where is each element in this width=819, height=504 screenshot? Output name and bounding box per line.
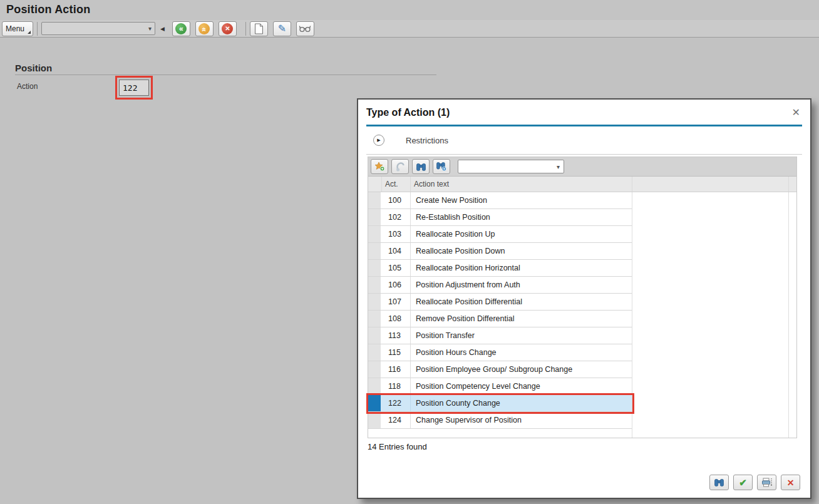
printer-icon <box>761 478 773 487</box>
table-row[interactable]: 108Remove Position Differential <box>368 311 632 327</box>
header-act[interactable]: Act. <box>381 177 410 192</box>
table-row[interactable]: 105Reallocate Position Horizontal <box>368 260 632 277</box>
row-action-text: Create New Position <box>410 192 632 208</box>
pencil-icon: ✎ <box>278 23 286 34</box>
footer-cancel-button[interactable]: ✕ <box>781 475 800 490</box>
row-act-value: 103 <box>381 226 410 242</box>
row-act-value: 115 <box>381 344 410 361</box>
star-plus-icon <box>374 162 385 172</box>
accept-button[interactable]: ✔ <box>733 475 753 490</box>
header-scroll-cell <box>788 177 796 192</box>
restrictions-label: Restrictions <box>406 136 448 145</box>
exit-icon: « <box>198 23 210 34</box>
row-action-text: Change Supervisor of Position <box>410 412 632 428</box>
row-select-cell[interactable] <box>368 311 381 327</box>
value-help-grid: ▾ Act. Action text 100Create New Positio… <box>368 157 797 438</box>
type-of-action-dialog: Type of Action (1) ✕ ▶ Restrictions <box>357 98 811 499</box>
table-row[interactable]: 118Position Competency Level Change <box>368 378 632 395</box>
table-row[interactable]: 116Position Employee Group/ Subgroup Cha… <box>368 361 632 378</box>
menu-corner-icon <box>28 31 31 34</box>
action-input[interactable] <box>119 80 149 96</box>
find-next-button[interactable] <box>433 159 450 174</box>
row-action-text: Position Transfer <box>410 327 632 344</box>
restrictions-expander-button[interactable]: ▶ <box>373 135 384 146</box>
table-row[interactable]: 113Position Transfer <box>368 327 632 344</box>
document-icon <box>254 23 264 34</box>
back-button[interactable]: « <box>172 21 190 36</box>
row-act-value: 116 <box>381 361 410 378</box>
table-row[interactable]: 100Create New Position <box>368 192 632 209</box>
row-action-text: Remove Position Differential <box>410 311 632 327</box>
cancel-button[interactable]: ✕ <box>219 21 237 36</box>
row-select-cell[interactable] <box>368 277 381 293</box>
row-act-value: 124 <box>381 412 410 428</box>
row-action-text: Position Adjustment from Auth <box>410 277 632 293</box>
grid-filter-combobox[interactable]: ▾ <box>458 160 564 173</box>
collapse-toolbar-icon[interactable]: ◀ <box>160 26 165 32</box>
exit-button[interactable]: « <box>195 21 214 36</box>
create-button[interactable] <box>250 21 268 36</box>
dialog-title-rule <box>366 125 802 126</box>
find-button[interactable] <box>412 159 430 174</box>
row-action-text: Position Employee Group/ Subgroup Change <box>410 361 632 378</box>
dialog-title: Type of Action (1) <box>366 107 450 118</box>
page-title: Position Action <box>6 3 819 16</box>
add-to-personal-list-button[interactable] <box>371 159 388 174</box>
action-field-label: Action <box>17 82 38 91</box>
row-select-cell[interactable] <box>368 260 381 276</box>
change-button[interactable]: ✎ <box>273 21 291 36</box>
chevron-down-icon: ▾ <box>557 163 560 170</box>
x-icon: ✕ <box>787 478 795 488</box>
footer-find-button[interactable] <box>709 475 729 490</box>
row-select-cell[interactable] <box>368 344 381 361</box>
row-select-cell[interactable] <box>368 395 381 411</box>
row-select-cell[interactable] <box>368 412 381 428</box>
table-header: Act. Action text <box>368 177 796 192</box>
binoculars-icon <box>416 162 426 172</box>
row-act-value: 106 <box>381 277 410 293</box>
dialog-divider <box>366 154 802 155</box>
binoculars-plus-icon <box>436 162 447 172</box>
row-select-cell[interactable] <box>368 243 381 259</box>
table-row[interactable]: 106Position Adjustment from Auth <box>368 277 632 294</box>
chevron-down-icon: ▾ <box>148 25 152 32</box>
row-action-text: Re-Establish Position <box>410 209 632 225</box>
header-select-cell <box>368 177 381 192</box>
table-row-selected[interactable]: 122Position County Change <box>368 395 632 412</box>
row-select-cell[interactable] <box>368 209 381 225</box>
table-row[interactable]: 107Reallocate Position Differential <box>368 294 632 311</box>
toolbar-divider <box>245 22 246 36</box>
row-act-value: 104 <box>381 243 410 259</box>
print-button[interactable] <box>757 475 776 490</box>
delete-from-personal-list-button[interactable] <box>391 159 409 174</box>
row-select-cell[interactable] <box>368 361 381 378</box>
header-action-text[interactable]: Action text <box>410 177 632 192</box>
command-combobox[interactable]: ▾ <box>41 22 155 35</box>
row-action-text: Reallocate Position Down <box>410 243 632 259</box>
cancel-icon: ✕ <box>222 23 233 34</box>
display-button[interactable] <box>296 21 314 36</box>
main-toolbar: Menu ▾ ◀ « « ✕ ✎ <box>0 20 819 38</box>
section-title: Position <box>15 63 52 73</box>
row-action-text: Reallocate Position Up <box>410 226 632 242</box>
row-select-cell[interactable] <box>368 226 381 242</box>
chevron-right-icon: ▶ <box>377 138 380 143</box>
checkmark-icon: ✔ <box>739 477 747 488</box>
table-row[interactable]: 115Position Hours Change <box>368 344 632 361</box>
table-row[interactable]: 103Reallocate Position Up <box>368 226 632 243</box>
row-select-cell[interactable] <box>368 294 381 310</box>
delete-from-personal-list-icon <box>395 162 405 172</box>
menu-button[interactable]: Menu <box>2 21 33 36</box>
table-row[interactable]: 124Change Supervisor of Position <box>368 412 632 429</box>
grid-vertical-line <box>788 192 789 438</box>
row-act-value: 107 <box>381 294 410 310</box>
table-row[interactable]: 104Reallocate Position Down <box>368 243 632 260</box>
row-act-value: 113 <box>381 327 410 344</box>
row-select-cell[interactable] <box>368 192 381 208</box>
row-select-cell[interactable] <box>368 327 381 344</box>
table-row[interactable]: 102Re-Establish Position <box>368 209 632 226</box>
section-rule <box>15 75 436 75</box>
binoculars-icon <box>714 478 724 487</box>
row-select-cell[interactable] <box>368 378 381 394</box>
close-icon[interactable]: ✕ <box>792 106 800 118</box>
